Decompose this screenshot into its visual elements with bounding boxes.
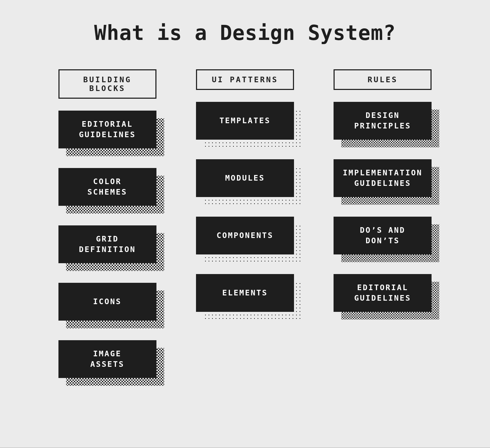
tile-label: DO’S AND DON’TS <box>360 225 405 246</box>
tile-label: ELEMENTS <box>222 288 268 298</box>
tile: IMAGE ASSETS <box>58 340 156 378</box>
tile-face: ICONS <box>58 283 156 321</box>
tile: COMPONENTS <box>196 217 294 254</box>
tile-label: IMAGE ASSETS <box>90 349 124 369</box>
column-header: BUILDING BLOCKS <box>58 69 156 99</box>
tile-label: EDITORIAL GUIDELINES <box>79 119 135 140</box>
tile: MODULES <box>196 159 294 197</box>
tile-face: MODULES <box>196 159 294 197</box>
tile: TEMPLATES <box>196 102 294 140</box>
tile-face: GRID DEFINITION <box>58 225 156 263</box>
tile-face: EDITORIAL GUIDELINES <box>334 274 432 312</box>
columns-row: BUILDING BLOCKS EDITORIAL GUIDELINES COL… <box>49 69 441 398</box>
tile-label: IMPLEMENTATION GUIDELINES <box>343 168 422 188</box>
tile: ELEMENTS <box>196 274 294 312</box>
tile-label: GRID DEFINITION <box>79 234 135 254</box>
tile: GRID DEFINITION <box>58 225 156 263</box>
tile: DESIGN PRINCIPLES <box>334 102 432 140</box>
tile-face: COLOR SCHEMES <box>58 168 156 206</box>
tile-label: COLOR SCHEMES <box>88 176 127 197</box>
column-header: UI PATTERNS <box>196 69 294 90</box>
tile-face: DO’S AND DON’TS <box>334 217 432 254</box>
tile-face: IMAGE ASSETS <box>58 340 156 378</box>
tile: EDITORIAL GUIDELINES <box>334 274 432 312</box>
tile-face: DESIGN PRINCIPLES <box>334 102 432 140</box>
tile-face: ELEMENTS <box>196 274 294 312</box>
column-building-blocks: BUILDING BLOCKS EDITORIAL GUIDELINES COL… <box>49 69 166 398</box>
tile-face: TEMPLATES <box>196 102 294 140</box>
tile-face: IMPLEMENTATION GUIDELINES <box>334 159 432 197</box>
column-ui-patterns: UI PATTERNS TEMPLATES MODULES COMPONENTS <box>187 69 303 331</box>
tile-face: COMPONENTS <box>196 217 294 254</box>
tile: IMPLEMENTATION GUIDELINES <box>334 159 432 197</box>
tile: DO’S AND DON’TS <box>334 217 432 254</box>
tile: COLOR SCHEMES <box>58 168 156 206</box>
tile: EDITORIAL GUIDELINES <box>58 111 156 148</box>
page-title: What is a Design System? <box>49 21 441 45</box>
tile-label: EDITORIAL GUIDELINES <box>354 282 411 303</box>
tile-label: ICONS <box>93 296 121 307</box>
tile: ICONS <box>58 283 156 321</box>
tile-label: DESIGN PRINCIPLES <box>354 110 411 131</box>
diagram-container: What is a Design System? BUILDING BLOCKS… <box>49 0 441 398</box>
column-rules: RULES DESIGN PRINCIPLES IMPLEMENTATION G… <box>324 69 441 331</box>
tile-label: COMPONENTS <box>217 230 273 241</box>
column-header: RULES <box>334 69 432 90</box>
tile-face: EDITORIAL GUIDELINES <box>58 111 156 148</box>
tile-label: MODULES <box>225 173 265 183</box>
tile-label: TEMPLATES <box>219 115 271 126</box>
